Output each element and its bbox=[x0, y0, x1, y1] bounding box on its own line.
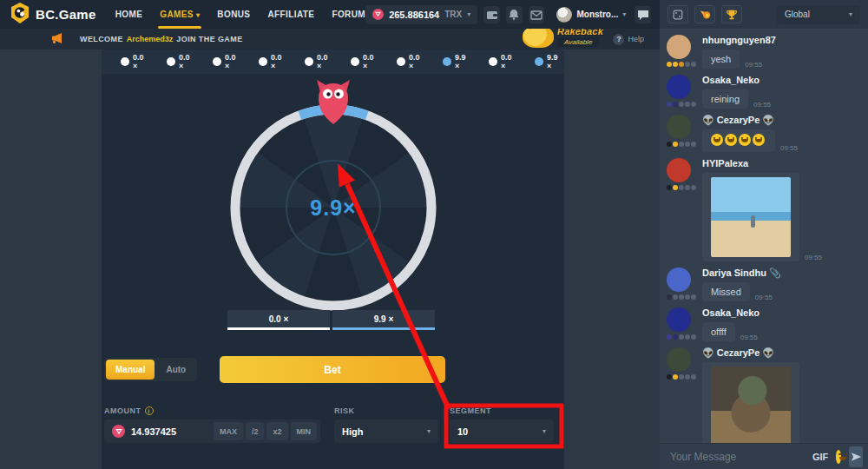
join-label: JOIN THE GAME bbox=[176, 35, 242, 43]
balance-selector[interactable]: 265.886164 TRX ▾ bbox=[365, 5, 477, 24]
bet-button[interactable]: Bet bbox=[220, 356, 445, 383]
chat-photo-cat[interactable] bbox=[711, 367, 791, 443]
legend-bar: 0.0 × bbox=[227, 310, 330, 327]
logo[interactable]: BC.Game bbox=[10, 3, 96, 27]
gif-button[interactable]: GIF bbox=[812, 452, 828, 462]
result-multiplier: 0.0 × bbox=[133, 53, 150, 70]
wheel-result: 9.9× bbox=[310, 195, 356, 221]
level-badges bbox=[667, 185, 696, 190]
welcome-label: WELCOME bbox=[80, 35, 123, 43]
chat-region-select[interactable]: Global ▾ bbox=[777, 5, 860, 24]
chat-message-list[interactable]: nhungnguyen87yesh09:55Osaka_Nekoreining0… bbox=[660, 29, 868, 443]
info-icon[interactable]: i bbox=[145, 406, 154, 415]
main-nav: HOMEGAMES▾BONUSAFFILIATEFORUM bbox=[115, 0, 365, 29]
chat-username[interactable]: HYIPalexa bbox=[702, 158, 822, 170]
messages-button[interactable] bbox=[529, 6, 545, 23]
dice-room-button[interactable] bbox=[667, 5, 688, 23]
chevron-down-icon: ▾ bbox=[196, 11, 200, 19]
nav-item-bonus[interactable]: BONUS bbox=[217, 0, 250, 29]
amount-value[interactable]: 14.937425 bbox=[131, 426, 205, 437]
mail-icon bbox=[529, 8, 543, 22]
hot-room-button[interactable] bbox=[694, 5, 715, 23]
help-button[interactable]: ? Help bbox=[613, 34, 644, 45]
user-menu[interactable]: Monstro... ▾ bbox=[556, 7, 626, 23]
bc-game-app: BC.Game HOMEGAMES▾BONUSAFFILIATEFORUM 26… bbox=[0, 0, 868, 469]
balance-value: 265.886164 bbox=[389, 10, 439, 20]
result-multiplier: 0.0 × bbox=[409, 53, 426, 70]
trx-coin-icon bbox=[372, 9, 384, 20]
amount-div2-button[interactable]: /2 bbox=[246, 422, 265, 440]
history-result-chip: 0.0 × bbox=[167, 53, 196, 70]
wallet-icon bbox=[485, 8, 499, 22]
chat-username[interactable]: 👽 CezaryPe 👽 bbox=[702, 347, 822, 360]
chevron-down-icon: ▾ bbox=[622, 10, 626, 18]
chat-message: Dariya Sindhu 📎Missed09:55 bbox=[667, 268, 861, 301]
chat-username[interactable]: 👽 CezaryPe 👽 bbox=[702, 115, 798, 127]
chat-username[interactable]: Osaka_Neko bbox=[702, 75, 771, 87]
avatar[interactable] bbox=[667, 268, 691, 292]
avatar[interactable] bbox=[667, 347, 691, 372]
segment-select[interactable]: 10 ▾ bbox=[450, 419, 554, 443]
avatar[interactable] bbox=[667, 158, 691, 182]
avatar[interactable] bbox=[667, 115, 691, 139]
result-multiplier: 9.9 × bbox=[547, 53, 564, 70]
avatar-column bbox=[667, 347, 696, 443]
chat-photo-beach[interactable] bbox=[711, 177, 791, 257]
nav-item-forum[interactable]: FORUM bbox=[332, 0, 365, 29]
avatar[interactable] bbox=[667, 307, 691, 332]
nav-item-home[interactable]: HOME bbox=[115, 0, 143, 29]
history-result-chip: 0.0 × bbox=[259, 53, 288, 70]
emoji-icon[interactable] bbox=[836, 450, 841, 464]
dice-icon bbox=[672, 9, 684, 21]
username: Monstro... bbox=[576, 10, 618, 19]
chat-toggle-button[interactable] bbox=[635, 6, 651, 23]
laughing-emoji-icon bbox=[753, 134, 765, 146]
welcome-banner: WELCOME Archemed3z JOIN THE GAME Rakebac… bbox=[0, 29, 660, 50]
level-badges bbox=[667, 62, 696, 67]
contest-room-button[interactable] bbox=[721, 5, 742, 23]
mode-toggle: Manual Auto bbox=[104, 358, 197, 381]
avatar[interactable] bbox=[667, 75, 691, 99]
notifications-button[interactable] bbox=[506, 6, 523, 23]
history-result-chip: 0.0 × bbox=[213, 53, 242, 70]
auto-mode-button[interactable]: Auto bbox=[156, 360, 195, 380]
chat-bubble bbox=[702, 129, 775, 152]
chevron-down-icon: ▾ bbox=[467, 10, 470, 18]
result-dot-icon bbox=[305, 57, 313, 66]
message-input[interactable] bbox=[670, 451, 805, 463]
chat-timestamp: 09:55 bbox=[805, 254, 822, 261]
chat-timestamp: 09:55 bbox=[740, 334, 758, 341]
avatar-column bbox=[667, 268, 696, 301]
amount-quick-buttons: MAX/2x2MIN bbox=[211, 422, 317, 441]
history-result-chip: 0.0 × bbox=[121, 53, 150, 70]
chat-username[interactable]: Dariya Sindhu 📎 bbox=[702, 268, 781, 280]
help-icon: ? bbox=[613, 34, 624, 45]
result-multiplier: 0.0 × bbox=[225, 53, 242, 70]
avatar[interactable] bbox=[667, 35, 691, 59]
send-button[interactable] bbox=[849, 446, 863, 467]
avatar bbox=[556, 7, 572, 23]
chat-username[interactable]: nhungnguyen87 bbox=[702, 35, 776, 47]
manual-mode-button[interactable]: Manual bbox=[106, 360, 155, 380]
fireball-icon bbox=[699, 8, 712, 21]
wallet-button[interactable] bbox=[483, 6, 500, 23]
chat-username[interactable]: Osaka_Neko bbox=[702, 307, 760, 320]
amount-min-button[interactable]: MIN bbox=[291, 422, 318, 440]
wheel-hub: 9.9× bbox=[286, 160, 381, 255]
amount-field[interactable]: 14.937425 MAX/2x2MIN bbox=[104, 419, 320, 443]
level-badges bbox=[667, 374, 696, 380]
risk-select[interactable]: High ▾ bbox=[334, 419, 438, 443]
amount-max-button[interactable]: MAX bbox=[214, 422, 243, 440]
result-dot-icon bbox=[443, 57, 451, 66]
chat-bubble: Missed bbox=[702, 282, 750, 301]
result-dot-icon bbox=[397, 57, 405, 66]
level-badges bbox=[667, 142, 696, 147]
history-result-chip: 9.9 × bbox=[535, 53, 564, 70]
history-result-chip: 9.9 × bbox=[443, 53, 472, 70]
nav-item-games[interactable]: GAMES▾ bbox=[160, 0, 200, 29]
amount-x2-button[interactable]: x2 bbox=[266, 422, 287, 440]
nav-item-affiliate[interactable]: AFFILIATE bbox=[267, 0, 314, 29]
owl-mascot-icon bbox=[313, 80, 353, 129]
risk-label: RISK bbox=[334, 406, 355, 415]
chat-bubble bbox=[702, 362, 799, 443]
